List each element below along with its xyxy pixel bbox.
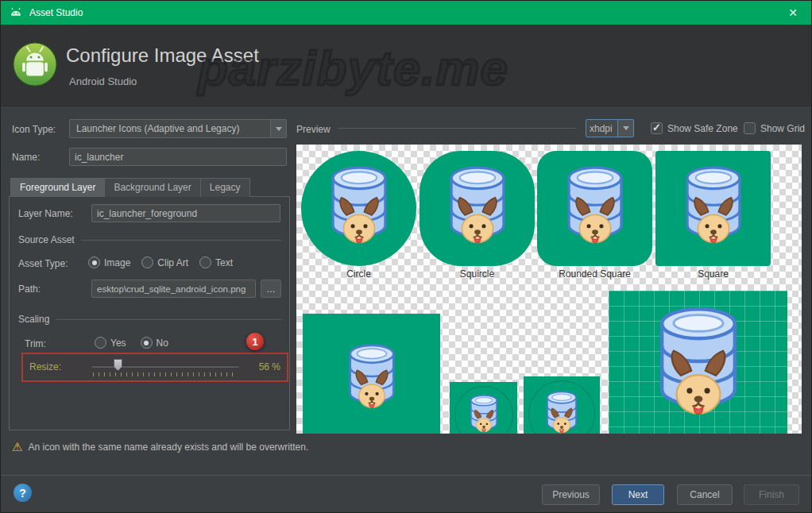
resize-value: 56 % (259, 361, 280, 372)
preview-canvas: Circle Squircle Rounded Square Square (296, 145, 802, 434)
window-title: Asset Studio (29, 7, 83, 18)
android-studio-logo-icon (12, 41, 58, 87)
warning-text: An icon with the same name already exist… (28, 442, 308, 453)
browse-button[interactable]: ... (261, 280, 281, 298)
footer-divider (1, 475, 812, 476)
preview-tile-circle (301, 151, 416, 266)
cancel-button[interactable]: Cancel (677, 484, 733, 505)
close-button[interactable]: ✕ (783, 4, 803, 21)
page-title: Configure Image Asset (66, 44, 259, 67)
resize-label: Resize: (29, 361, 61, 372)
shape-label-rounded-square: Rounded Square (537, 268, 652, 280)
chevron-down-icon (270, 120, 286, 137)
database-dog-icon (317, 161, 401, 256)
preview-tile-grid (609, 291, 787, 434)
icon-type-dropdown[interactable]: Launcher Icons (Adaptive and Legacy) (69, 119, 287, 138)
title-bar: Asset Studio ✕ (1, 1, 811, 25)
asset-type-radios: Image Clip Art Text (88, 256, 233, 268)
preview-tile-square (655, 151, 771, 266)
tab-background-layer[interactable]: Background Layer (105, 178, 200, 197)
name-input[interactable] (69, 148, 287, 166)
radio-icon (95, 337, 106, 349)
show-grid-label: Show Grid (760, 123, 805, 134)
finish-button[interactable]: Finish (744, 484, 799, 505)
path-input[interactable] (91, 280, 256, 298)
database-dog-icon (671, 161, 756, 256)
asset-studio-dialog: Asset Studio ✕ Configure Image Asset And… (0, 0, 812, 513)
radio-trim-yes-label: Yes (110, 338, 126, 349)
preview-tile-legacy-small (450, 382, 517, 434)
shape-label-square: Square (655, 268, 771, 280)
checkbox-show-grid[interactable]: Show Grid (744, 122, 805, 134)
path-label: Path: (18, 284, 41, 295)
slider-thumb[interactable] (114, 359, 122, 371)
preview-tile-rounded-square (537, 151, 652, 266)
chevron-down-icon (617, 120, 633, 137)
radio-image-label: Image (104, 257, 130, 268)
slider-ticks (93, 372, 238, 376)
source-asset-section-header: Source Asset (18, 234, 282, 245)
preview-tile-full-bleed (303, 314, 440, 434)
scaling-title: Scaling (18, 314, 49, 325)
layer-name-label: Layer Name: (18, 208, 73, 219)
trim-label: Trim: (25, 338, 46, 349)
resize-highlight-box: Resize: 56 % (21, 353, 288, 382)
radio-trim-yes[interactable]: Yes (95, 337, 126, 349)
radio-icon (199, 256, 211, 268)
tab-foreground-layer[interactable]: Foreground Layer (10, 178, 105, 197)
database-dog-icon (337, 340, 407, 418)
android-app-icon (9, 6, 23, 19)
warning-row: An icon with the same name already exist… (12, 440, 308, 454)
unchecked-checkbox-icon (744, 122, 756, 134)
page-subtitle: Android Studio (69, 75, 137, 87)
tab-legacy[interactable]: Legacy (201, 178, 250, 197)
shape-label-squircle: Squircle (420, 268, 535, 280)
icon-type-label: Icon Type: (12, 124, 56, 135)
preview-title: Preview (296, 124, 331, 135)
layer-name-input[interactable] (91, 204, 280, 222)
radio-text-label: Text (215, 257, 233, 268)
database-dog-icon (539, 388, 585, 434)
close-icon: ✕ (788, 6, 798, 19)
previous-button[interactable]: Previous (542, 484, 600, 505)
dialog-header: Configure Image Asset Android Studio par… (1, 25, 811, 106)
annotation-badge: 1 (246, 333, 264, 350)
radio-clip-art[interactable]: Clip Art (141, 256, 188, 268)
radio-trim-no[interactable]: No (141, 337, 168, 349)
density-value: xhdpi (586, 123, 617, 134)
checkbox-show-safe-zone[interactable]: Show Safe Zone (651, 122, 738, 134)
warning-icon (12, 440, 22, 454)
preview-divider (338, 128, 576, 129)
asset-type-label: Asset Type: (18, 258, 68, 269)
scaling-section-header: Scaling (18, 314, 282, 325)
database-dog-icon (553, 161, 637, 256)
database-dog-icon (463, 392, 505, 434)
name-label: Name: (12, 152, 40, 163)
question-icon: ? (19, 487, 26, 499)
density-dropdown[interactable]: xhdpi (586, 119, 634, 137)
radio-trim-no-label: No (157, 338, 168, 349)
database-dog-icon (435, 161, 520, 256)
radio-selected-icon (141, 337, 153, 349)
radio-selected-icon (88, 256, 100, 268)
trim-radios: Yes No (95, 337, 168, 349)
preview-tile-legacy-round (524, 376, 600, 434)
source-asset-title: Source Asset (18, 234, 75, 245)
help-button[interactable]: ? (14, 484, 32, 502)
radio-text[interactable]: Text (199, 256, 233, 268)
radio-icon (141, 256, 153, 268)
shape-label-circle: Circle (301, 268, 416, 280)
database-dog-icon (640, 300, 757, 432)
radio-image[interactable]: Image (88, 256, 130, 268)
icon-type-value: Launcher Icons (Adaptive and Legacy) (70, 123, 270, 134)
resize-slider[interactable] (91, 357, 239, 378)
show-safe-zone-label: Show Safe Zone (667, 123, 738, 134)
radio-clip-art-label: Clip Art (157, 257, 188, 268)
next-button[interactable]: Next (612, 484, 664, 505)
checked-checkbox-icon (651, 122, 663, 134)
layer-tabs: Foreground Layer Background Layer Legacy (10, 178, 250, 197)
preview-tile-squircle (420, 151, 535, 266)
